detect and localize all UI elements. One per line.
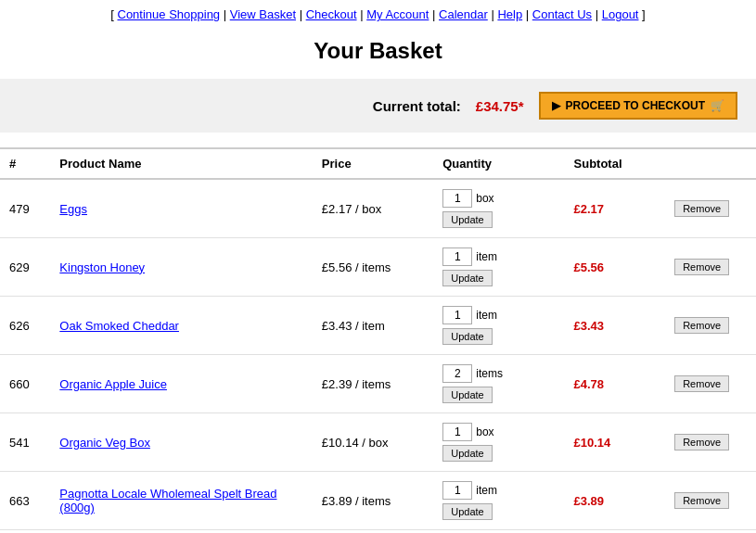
product-name-cell: Organic Apple Juice [50,355,313,413]
update-button[interactable]: Update [442,445,492,462]
subtotal-cell: £10.14 [565,413,666,472]
cart-icon: 🛒 [711,99,724,112]
nav-link-calendar[interactable]: Calendar [439,7,488,21]
quantity-input[interactable] [442,247,472,266]
play-icon: ▶ [552,99,560,112]
action-cell: Remove [665,355,756,413]
update-button[interactable]: Update [442,270,492,286]
col-header-price: Price [313,148,433,179]
update-button[interactable]: Update [442,503,492,520]
subtotal-cell: £5.56 [565,238,666,297]
remove-button[interactable]: Remove [674,317,729,334]
product-name-cell: Three-Fruit Marmalade [50,530,313,534]
remove-button[interactable]: Remove [674,434,729,451]
remove-button[interactable]: Remove [674,492,729,509]
table-row: 541Organic Veg Box£10.14 / boxboxUpdate£… [0,413,756,472]
table-row: 479Eggs£2.17 / boxboxUpdate£2.17Remove [0,179,756,238]
col-header-subtotal: Subtotal [565,148,666,179]
row-id: 479 [0,179,50,238]
product-link[interactable]: Organic Veg Box [59,436,150,450]
nav-link-help[interactable]: Help [497,7,522,21]
top-nav: [ Continue Shopping | View Basket | Chec… [0,0,756,27]
remove-button[interactable]: Remove [674,200,729,217]
proceed-label: PROCEED TO CHECKOUT [566,99,705,112]
remove-button[interactable]: Remove [674,259,729,275]
subtotal-cell: £4.78 [565,355,666,413]
nav-link-logout[interactable]: Logout [602,7,639,21]
action-cell: Remove [665,472,756,530]
action-cell: Remove [665,238,756,297]
price-cell: £2.39 / items [313,355,433,413]
quantity-unit: box [476,425,493,438]
quantity-unit: item [476,309,497,322]
quantity-cell: itemUpdate [433,472,564,530]
subtotal-cell: £3.43 [565,297,666,355]
remove-button[interactable]: Remove [674,375,729,392]
price-cell: £10.14 / box [313,413,433,472]
quantity-input[interactable] [442,481,472,500]
quantity-input[interactable] [442,189,472,208]
product-link[interactable]: Kingston Honey [59,260,145,274]
nav-link-checkout[interactable]: Checkout [306,7,357,21]
quantity-unit: item [476,484,497,497]
nav-link-continue-shopping[interactable]: Continue Shopping [118,7,221,21]
product-link[interactable]: Oak Smoked Cheddar [59,319,179,333]
price-cell: £5.56 / items [313,238,433,297]
product-name-cell: Organic Veg Box [50,413,313,472]
quantity-cell: jarUpdate [433,530,564,534]
nav-link-view-basket[interactable]: View Basket [230,7,296,21]
quantity-input[interactable] [442,423,472,441]
subtotal-cell: £3.78 [565,530,666,534]
product-name-cell: Eggs [50,179,313,238]
quantity-unit: items [476,367,503,380]
quantity-input[interactable] [442,364,472,383]
row-id: 660 [0,355,50,413]
total-label: Current total: [373,98,461,114]
product-link[interactable]: Organic Apple Juice [59,377,167,391]
col-header-action [665,148,756,179]
nav-link-contact-us[interactable]: Contact Us [532,7,592,21]
col-header-product: Product Name [50,148,313,179]
row-id: 626 [0,297,50,355]
table-row: 629Kingston Honey£5.56 / itemsitemUpdate… [0,238,756,297]
price-cell: £3.89 / items [313,472,433,530]
row-id: 629 [0,238,50,297]
quantity-unit: item [476,250,497,263]
action-cell: Remove [665,530,756,534]
action-cell: Remove [665,413,756,472]
subtotal-cell: £3.89 [565,472,666,530]
quantity-cell: boxUpdate [433,413,564,472]
product-name-cell: Oak Smoked Cheddar [50,297,313,355]
product-link[interactable]: Pagnotta Locale Wholemeal Spelt Bread (8… [59,487,276,514]
page-title: Your Basket [0,27,756,79]
proceed-to-checkout-button[interactable]: ▶ PROCEED TO CHECKOUT 🛒 [539,92,737,120]
nav-link-my-account[interactable]: My Account [366,7,429,21]
product-name-cell: Pagnotta Locale Wholemeal Spelt Bread (8… [50,472,313,530]
table-row: 626Oak Smoked Cheddar£3.43 / itemitemUpd… [0,297,756,355]
table-row: 660Organic Apple Juice£2.39 / itemsitems… [0,355,756,413]
row-id: 663 [0,472,50,530]
update-button[interactable]: Update [442,387,492,403]
price-cell: £3.78 / jar [313,530,433,534]
update-button[interactable]: Update [442,211,492,228]
quantity-cell: itemUpdate [433,297,564,355]
quantity-input[interactable] [442,306,472,324]
quantity-cell: itemUpdate [433,238,564,297]
basket-table: # Product Name Price Quantity Subtotal 4… [0,147,756,533]
price-cell: £3.43 / item [313,297,433,355]
action-cell: Remove [665,179,756,238]
subtotal-cell: £2.17 [565,179,666,238]
action-cell: Remove [665,297,756,355]
update-button[interactable]: Update [442,328,492,345]
quantity-cell: boxUpdate [433,179,564,238]
total-bar: Current total: £34.75* ▶ PROCEED TO CHEC… [0,79,756,133]
row-id: 671 [0,530,50,534]
table-row: 663Pagnotta Locale Wholemeal Spelt Bread… [0,472,756,530]
product-link[interactable]: Eggs [59,202,87,216]
product-name-cell: Kingston Honey [50,238,313,297]
quantity-unit: box [476,192,493,205]
total-amount: £34.75* [476,98,524,114]
row-id: 541 [0,413,50,472]
col-header-qty: Quantity [433,148,564,179]
price-cell: £2.17 / box [313,179,433,238]
